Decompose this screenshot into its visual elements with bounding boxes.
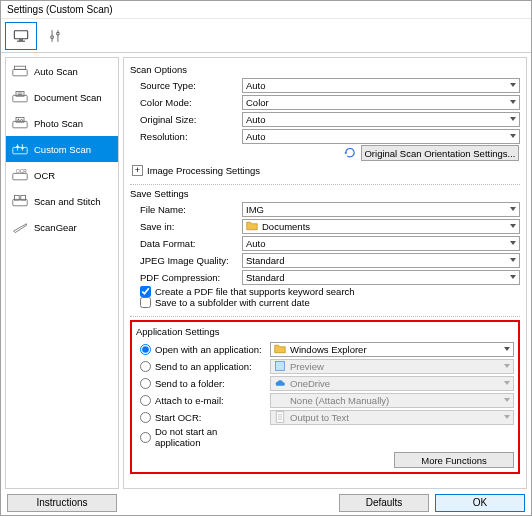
- start-ocr-select: Output to Text: [270, 410, 514, 425]
- sidebar-item-auto-scan[interactable]: Auto Scan: [6, 58, 118, 84]
- radio-start-ocr[interactable]: [140, 412, 151, 423]
- defaults-button[interactable]: Defaults: [339, 494, 429, 512]
- sidebar-item-label: Scan and Stitch: [34, 196, 101, 207]
- orientation-settings-button[interactable]: Original Scan Orientation Settings...: [361, 145, 519, 161]
- folder-icon: [246, 220, 258, 232]
- folder-icon: [274, 343, 286, 355]
- ocr-icon: OCR: [12, 168, 28, 182]
- jpeg-quality-select[interactable]: Standard: [242, 253, 520, 268]
- jpeg-quality-label: JPEG Image Quality:: [130, 255, 236, 266]
- section-title-save-settings: Save Settings: [130, 188, 520, 199]
- original-size-label: Original Size:: [130, 114, 236, 125]
- content-panel: Scan Options Source Type: Auto Color Mod…: [123, 57, 527, 489]
- more-functions-button[interactable]: More Functions: [394, 452, 514, 468]
- resolution-label: Resolution:: [130, 131, 236, 142]
- instructions-button[interactable]: Instructions: [7, 494, 117, 512]
- sidebar-item-label: Photo Scan: [34, 118, 83, 129]
- file-name-select[interactable]: IMG: [242, 202, 520, 217]
- chk-subfolder-label: Save to a subfolder with current date: [155, 297, 310, 308]
- sidebar-item-ocr[interactable]: OCR OCR: [6, 162, 118, 188]
- scangear-icon: [12, 220, 28, 234]
- custom-icon: [12, 142, 28, 156]
- sidebar-item-scangear[interactable]: ScanGear: [6, 214, 118, 240]
- send-folder-select: OneDrive: [270, 376, 514, 391]
- svg-rect-18: [276, 362, 285, 371]
- sidebar-item-label: Custom Scan: [34, 144, 91, 155]
- color-mode-label: Color Mode:: [130, 97, 236, 108]
- section-title-app-settings: Application Settings: [136, 326, 514, 337]
- color-mode-select[interactable]: Color: [242, 95, 520, 110]
- img-proc-expander[interactable]: +: [132, 165, 143, 176]
- radio-open-app-label[interactable]: Open with an application:: [136, 344, 264, 355]
- img-proc-label: Image Processing Settings: [147, 165, 260, 176]
- sidebar-item-photo-scan[interactable]: Photo Scan: [6, 110, 118, 136]
- sidebar-item-document-scan[interactable]: Document Scan: [6, 84, 118, 110]
- sidebar-item-label: Document Scan: [34, 92, 102, 103]
- window-title: Settings (Custom Scan): [7, 4, 113, 15]
- radio-send-app[interactable]: [140, 361, 151, 372]
- file-name-label: File Name:: [130, 204, 236, 215]
- data-format-select[interactable]: Auto: [242, 236, 520, 251]
- monitor-icon: [13, 29, 29, 43]
- sidebar-item-scan-and-stitch[interactable]: Scan and Stitch: [6, 188, 118, 214]
- pdf-compression-select[interactable]: Standard: [242, 270, 520, 285]
- tools-icon: [47, 29, 63, 43]
- ok-button[interactable]: OK: [435, 494, 525, 512]
- sidebar-item-label: OCR: [34, 170, 55, 181]
- svg-rect-0: [14, 30, 27, 38]
- source-type-label: Source Type:: [130, 80, 236, 91]
- svg-rect-12: [13, 147, 27, 153]
- pdf-compression-label: PDF Compression:: [130, 272, 236, 283]
- section-title-scan-options: Scan Options: [130, 64, 520, 75]
- sidebar-item-label: ScanGear: [34, 222, 77, 233]
- svg-rect-4: [14, 66, 25, 69]
- orientation-refresh-icon: [343, 146, 357, 160]
- preview-icon: [274, 360, 286, 372]
- chk-pdf-keyword[interactable]: [140, 286, 151, 297]
- svg-rect-2: [17, 40, 25, 41]
- attach-email-select: None (Attach Manually): [270, 393, 514, 408]
- sidebar: Auto Scan Document Scan Photo Scan Custo…: [5, 57, 119, 489]
- text-file-icon: [274, 411, 286, 423]
- radio-do-not-start-label[interactable]: Do not start an application: [136, 426, 264, 448]
- svg-text:OCR: OCR: [16, 169, 27, 174]
- radio-send-folder-label[interactable]: Send to a folder:: [136, 378, 264, 389]
- radio-attach-email-label[interactable]: Attach to e-mail:: [136, 395, 264, 406]
- sidebar-item-custom-scan[interactable]: Custom Scan: [6, 136, 118, 162]
- resolution-select[interactable]: Auto: [242, 129, 520, 144]
- save-in-select[interactable]: Documents: [242, 219, 520, 234]
- chk-pdf-keyword-label: Create a PDF file that supports keyword …: [155, 286, 355, 297]
- radio-start-ocr-label[interactable]: Start OCR:: [136, 412, 264, 423]
- radio-send-app-label[interactable]: Send to an application:: [136, 361, 264, 372]
- source-type-select[interactable]: Auto: [242, 78, 520, 93]
- mode-tab-tools[interactable]: [39, 22, 71, 50]
- save-in-label: Save in:: [130, 221, 236, 232]
- original-size-select[interactable]: Auto: [242, 112, 520, 127]
- radio-do-not-start[interactable]: [140, 432, 151, 443]
- sidebar-item-label: Auto Scan: [34, 66, 78, 77]
- radio-attach-email[interactable]: [140, 395, 151, 406]
- send-app-select: Preview: [270, 359, 514, 374]
- document-icon: [12, 90, 28, 104]
- scanner-icon: [12, 64, 28, 78]
- photo-icon: [12, 116, 28, 130]
- stitch-icon: [12, 194, 28, 208]
- open-app-select[interactable]: Windows Explorer: [270, 342, 514, 357]
- radio-open-app[interactable]: [140, 344, 151, 355]
- radio-send-folder[interactable]: [140, 378, 151, 389]
- data-format-label: Data Format:: [130, 238, 236, 249]
- svg-rect-1: [19, 39, 23, 40]
- svg-rect-3: [13, 69, 27, 75]
- mode-tab-scan-settings[interactable]: [5, 22, 37, 50]
- chk-subfolder[interactable]: [140, 297, 151, 308]
- onedrive-icon: [274, 377, 286, 389]
